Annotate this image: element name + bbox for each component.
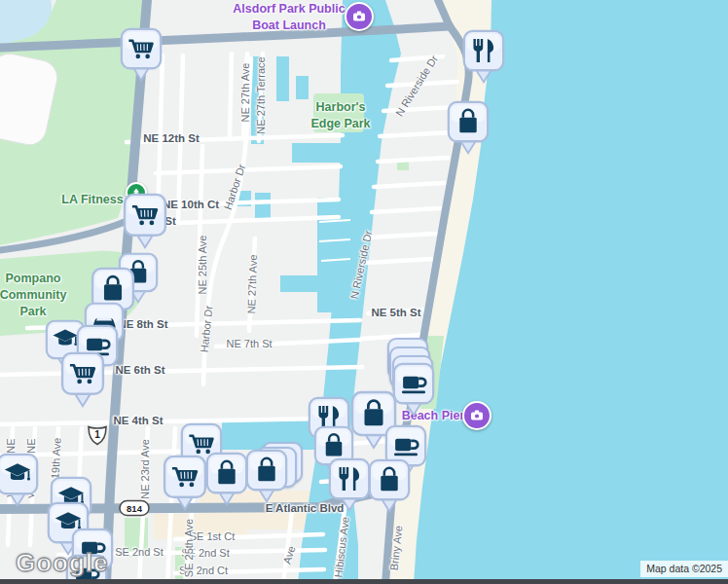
route-badge: 1: [87, 423, 108, 451]
street-label: SE 1st Ct: [190, 530, 235, 542]
cart-pin[interactable]: [163, 455, 207, 516]
street-label: NE 27th Terrace: [255, 56, 267, 133]
poi-label[interactable]: Harbor's Edge Park: [310, 99, 370, 132]
camera-poi-icon[interactable]: [462, 401, 491, 430]
street-label: NE 6th St: [115, 364, 164, 376]
bag-pin[interactable]: [205, 452, 248, 511]
cart-pin[interactable]: [120, 27, 163, 87]
street-label: NE 10th Ct: [163, 199, 219, 210]
google-logo[interactable]: Google: [16, 548, 109, 578]
grad-pin[interactable]: [0, 453, 39, 512]
route-badge: 814: [119, 499, 150, 521]
poi-label[interactable]: Alsdorf Park Public Boat Launch: [233, 1, 345, 34]
bag-pin[interactable]: [447, 100, 490, 160]
poi-label[interactable]: Pompano Community Park: [0, 271, 66, 320]
map-attribution: Map data ©2025: [640, 561, 728, 577]
bag-pin[interactable]: [368, 458, 411, 518]
svg-text:1: 1: [94, 429, 100, 440]
svg-text:814: 814: [127, 503, 143, 514]
bag-pin[interactable]: [245, 449, 288, 508]
map-canvas[interactable]: Google Map data ©2025 NE 12th StNE 10th …: [0, 0, 728, 584]
street-label: NE 7th St: [226, 338, 272, 349]
cart-pin[interactable]: [123, 193, 167, 254]
cup-pin[interactable]: [392, 362, 435, 421]
street-label: NE: [25, 438, 37, 453]
street-label: NE 23rd Ave: [139, 439, 151, 499]
street-label: SE 25th Ave: [183, 519, 195, 577]
street-label: NE 27th Ave: [239, 63, 251, 123]
poi-label[interactable]: LA Fitness: [61, 192, 123, 208]
window-edge-bar: [0, 579, 728, 584]
street-label: SE 2nd St: [115, 546, 164, 558]
street-label: NE 27th Ave: [245, 254, 259, 313]
street-label: NE: [5, 438, 17, 453]
restaurant-pin[interactable]: [328, 457, 371, 517]
street-label: NE 12th St: [143, 132, 200, 144]
street-label: NE 25th Ave: [197, 236, 208, 295]
camera-poi-icon[interactable]: [345, 2, 374, 31]
street-label: NE 5th St: [371, 307, 420, 318]
street-label: NE 4th St: [113, 415, 163, 426]
restaurant-pin[interactable]: [462, 29, 505, 89]
cart-pin[interactable]: [60, 351, 105, 413]
